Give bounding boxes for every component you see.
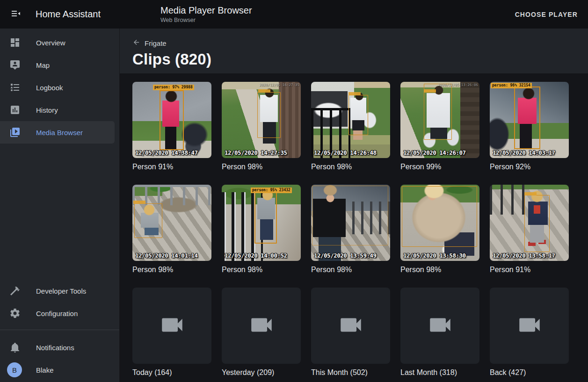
sidebar-item-label: Logbook bbox=[36, 84, 63, 92]
sidebar-item-logbook[interactable]: Logbook bbox=[0, 76, 115, 99]
folder-thumbnail bbox=[132, 288, 211, 364]
clip-item[interactable]: 2020/12/05 16:27:35 12/05/2020 14:27:35 … bbox=[222, 82, 301, 172]
sidebar-item-label: Media Browser bbox=[36, 129, 83, 137]
topbar-title-block: Media Player Browser Web Browser bbox=[160, 5, 252, 24]
view-dashboard-icon bbox=[9, 37, 21, 48]
folder-item-yesterday-209[interactable]: Yesterday (209) bbox=[222, 288, 301, 377]
folder-thumbnail bbox=[311, 288, 390, 364]
sidebar-item-label: Configuration bbox=[36, 310, 78, 317]
clip-thumbnail: 2020/12/05 13:26:06 12/05/2020 14:26:07 bbox=[400, 82, 479, 158]
video-camera-icon bbox=[159, 311, 186, 340]
detection-bbox bbox=[134, 203, 162, 238]
cog-icon bbox=[9, 308, 21, 319]
clip-item[interactable]: 2020/12/05 13:26:06 12/05/2020 14:26:07 … bbox=[400, 82, 479, 172]
clip-item[interactable]: 12/05/2020 14:26:48 Person 98% bbox=[311, 82, 390, 172]
clip-item[interactable]: 12/05/2020 13:58:17 Person 91% bbox=[490, 185, 569, 274]
sidebar-item-overview[interactable]: Overview bbox=[0, 31, 115, 54]
clip-thumbnail: person: 96% 32154 12/05/2020 14:03:17 bbox=[490, 82, 569, 158]
clip-thumbnail: 12/05/2020 13:59:49 bbox=[311, 185, 390, 261]
timestamp-overlay: 12/05/2020 14:01:14 bbox=[135, 252, 198, 259]
timestamp-overlay: 12/05/2020 14:00:52 bbox=[225, 252, 287, 259]
detection-label: person: 95% 23432 bbox=[251, 187, 292, 193]
detection-bbox bbox=[524, 195, 550, 252]
clip-caption: Person 92% bbox=[490, 162, 569, 172]
timestamp-overlay: 12/05/2020 14:03:17 bbox=[493, 149, 555, 156]
sidebar-spacer bbox=[0, 144, 119, 280]
timestamp-overlay: 12/05/2020 14:27:35 bbox=[225, 149, 287, 156]
bell-icon bbox=[9, 342, 21, 353]
folder-item-back-427[interactable]: Back (427) bbox=[490, 288, 569, 377]
folder-caption: Yesterday (209) bbox=[222, 368, 301, 377]
sidebar-item-notifications[interactable]: Notifications bbox=[0, 336, 115, 359]
sidebar-item-map[interactable]: Map bbox=[0, 54, 115, 76]
media-grid: person: 97% 29988 12/05/2020 14:38:47 Pe… bbox=[132, 82, 588, 377]
folder-caption: Today (164) bbox=[132, 368, 211, 377]
clip-caption: Person 98% bbox=[222, 162, 301, 172]
timestamp-overlay: 12/05/2020 14:26:48 bbox=[314, 149, 377, 156]
sidebar-item-developer-tools[interactable]: Developer Tools bbox=[0, 280, 115, 302]
video-camera-icon bbox=[427, 311, 454, 340]
format-list-bulleted-type-icon bbox=[9, 82, 21, 93]
sidebar-item-history[interactable]: History bbox=[0, 99, 115, 121]
video-camera-icon bbox=[337, 311, 364, 340]
arrow-left-icon bbox=[132, 38, 140, 48]
sidebar-divider bbox=[0, 330, 119, 330]
sidebar-item-configuration[interactable]: Configuration bbox=[0, 302, 115, 324]
clip-item[interactable]: person: 95% 23432 12/05/2020 14:00:52 Pe… bbox=[222, 185, 301, 274]
hammer-icon bbox=[9, 285, 21, 296]
video-camera-icon bbox=[248, 311, 275, 340]
detection-label: person: 96% 32154 bbox=[491, 83, 532, 88]
page-subtitle: Web Browser bbox=[160, 16, 252, 24]
sidebar: Overview Map Logbook History Media Brows… bbox=[0, 29, 120, 382]
chart-box-icon bbox=[9, 104, 21, 115]
clip-item[interactable]: person: 96% 32154 12/05/2020 14:03:17 Pe… bbox=[490, 82, 569, 172]
sidebar-item-media-browser[interactable]: Media Browser bbox=[0, 121, 115, 144]
sidebar-item-user[interactable]: B Blake bbox=[0, 359, 119, 381]
clip-caption: Person 98% bbox=[222, 265, 301, 274]
folder-thumbnail bbox=[400, 288, 479, 364]
breadcrumb[interactable]: Frigate bbox=[132, 38, 167, 48]
clip-item[interactable]: 12/05/2020 13:59:49 Person 98% bbox=[311, 185, 390, 274]
clip-item[interactable]: 12/05/2020 13:58:30 Person 98% bbox=[400, 185, 479, 274]
detection-bbox bbox=[402, 186, 477, 247]
clip-thumbnail: 12/05/2020 14:01:14 bbox=[132, 185, 211, 261]
play-box-multiple-icon bbox=[9, 127, 21, 138]
clip-thumbnail: 12/05/2020 14:26:48 bbox=[311, 82, 390, 158]
timestamp-overlay: 12/05/2020 13:59:49 bbox=[314, 252, 377, 259]
timestamp-overlay: 12/05/2020 13:58:30 bbox=[403, 252, 466, 259]
choose-player-button[interactable]: CHOOSE PLAYER bbox=[509, 6, 583, 23]
folder-thumbnail bbox=[222, 288, 301, 364]
clip-item[interactable]: 12/05/2020 14:01:14 Person 98% bbox=[132, 185, 211, 274]
app-shell: Overview Map Logbook History Media Brows… bbox=[0, 29, 588, 382]
page-title: Media Player Browser bbox=[160, 5, 252, 16]
app-title: Home Assistant bbox=[36, 9, 101, 20]
page-heading: Clips (820) bbox=[132, 50, 588, 68]
breadcrumb-label: Frigate bbox=[145, 39, 167, 47]
clip-item[interactable]: person: 97% 29988 12/05/2020 14:38:47 Pe… bbox=[132, 82, 211, 172]
detection-label-small bbox=[258, 89, 270, 93]
content-body: person: 97% 29988 12/05/2020 14:38:47 Pe… bbox=[120, 73, 588, 382]
clip-thumbnail: 12/05/2020 13:58:17 bbox=[490, 185, 569, 261]
folder-thumbnail bbox=[490, 288, 569, 364]
folder-item-this-month-502[interactable]: This Month (502) bbox=[311, 288, 390, 377]
sidebar-footer-items: Developer Tools Configuration bbox=[0, 280, 119, 324]
detection-bbox bbox=[257, 92, 281, 138]
clip-caption: Person 99% bbox=[400, 162, 479, 172]
folder-item-today-164[interactable]: Today (164) bbox=[132, 288, 211, 377]
clip-thumbnail: person: 97% 29988 12/05/2020 14:38:47 bbox=[132, 82, 211, 158]
avatar: B bbox=[7, 362, 22, 377]
clip-caption: Person 98% bbox=[132, 265, 211, 274]
detection-bbox bbox=[514, 86, 540, 149]
detection-bbox bbox=[348, 95, 368, 135]
timestamp-overlay: 12/05/2020 14:38:47 bbox=[135, 149, 198, 156]
detection-label-small bbox=[348, 92, 361, 95]
clip-caption: Person 98% bbox=[311, 265, 390, 274]
detection-bbox bbox=[312, 186, 388, 245]
sidebar-toggle-button[interactable] bbox=[9, 8, 22, 21]
detection-label-small bbox=[133, 201, 145, 204]
folder-item-last-month-318[interactable]: Last Month (318) bbox=[400, 288, 479, 377]
clip-caption: Person 91% bbox=[132, 162, 211, 172]
folder-caption: Last Month (318) bbox=[400, 368, 479, 377]
detection-bbox bbox=[254, 192, 277, 244]
clip-thumbnail: person: 95% 23432 12/05/2020 14:00:52 bbox=[222, 185, 301, 261]
